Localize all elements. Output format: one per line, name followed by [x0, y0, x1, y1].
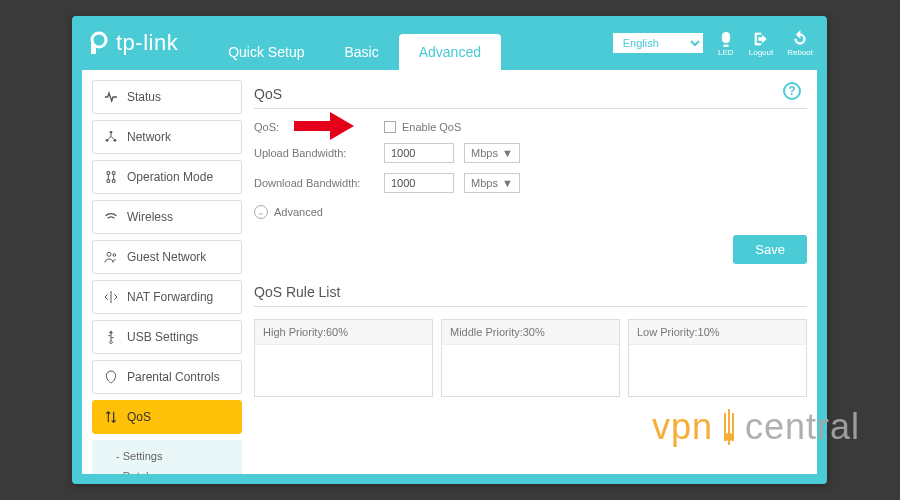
sidebar-item-usb-settings[interactable]: USB Settings: [92, 320, 242, 354]
sidebar-item-status[interactable]: Status: [92, 80, 242, 114]
upload-unit-select[interactable]: Mbps ▼: [464, 143, 520, 163]
logout-icon: [752, 30, 770, 48]
download-bandwidth-input[interactable]: [384, 173, 454, 193]
download-label: Download Bandwidth:: [254, 177, 384, 189]
operation-mode-icon: [103, 169, 119, 185]
tab-quick-setup[interactable]: Quick Setup: [208, 34, 324, 70]
rule-header-low: Low Priority:10%: [629, 320, 806, 345]
chevron-down-icon: ⌄: [254, 205, 268, 219]
sidebar-sub-settings[interactable]: Settings: [116, 446, 242, 466]
wireless-icon: [103, 209, 119, 225]
svg-point-6: [113, 254, 116, 257]
qos-icon: [103, 409, 119, 425]
rule-col-low: Low Priority:10%: [628, 319, 807, 397]
tplink-logo-icon: [86, 30, 112, 56]
sidebar-sub-database[interactable]: Database: [116, 466, 242, 474]
top-icon-group: LED Logout Reboot: [717, 30, 813, 57]
language-select[interactable]: English: [613, 33, 703, 53]
upload-label: Upload Bandwidth:: [254, 147, 384, 159]
main-panel: ? QoS QoS: Enable QoS Upload Bandwidth: …: [254, 80, 807, 464]
sidebar-item-parental-controls[interactable]: Parental Controls: [92, 360, 242, 394]
sidebar-item-nat-forwarding[interactable]: NAT Forwarding: [92, 280, 242, 314]
usb-icon: [103, 329, 119, 345]
row-upload-bandwidth: Upload Bandwidth: Mbps ▼: [254, 143, 807, 163]
parental-icon: [103, 369, 119, 385]
svg-rect-7: [294, 121, 330, 131]
sidebar-qos-submenu: Settings Database: [92, 440, 242, 474]
body-area: Status Network Operation Mode Wireless G…: [82, 70, 817, 474]
rule-header-high: High Priority:60%: [255, 320, 432, 345]
chevron-down-icon: ▼: [502, 177, 513, 189]
sidebar-item-operation-mode[interactable]: Operation Mode: [92, 160, 242, 194]
led-button[interactable]: LED: [717, 30, 735, 57]
tab-advanced[interactable]: Advanced: [399, 34, 501, 70]
download-unit-select[interactable]: Mbps ▼: [464, 173, 520, 193]
enable-qos-checkbox[interactable]: [384, 121, 396, 133]
status-icon: [103, 89, 119, 105]
pointer-arrow-icon: [294, 112, 354, 140]
sidebar-item-qos[interactable]: QoS: [92, 400, 242, 434]
brand-logo: tp-link: [86, 30, 178, 56]
svg-point-5: [107, 252, 111, 256]
reboot-button[interactable]: Reboot: [787, 30, 813, 57]
logout-button[interactable]: Logout: [749, 30, 773, 57]
rule-col-middle: Middle Priority:30%: [441, 319, 620, 397]
rule-col-high: High Priority:60%: [254, 319, 433, 397]
led-icon: [717, 30, 735, 48]
advanced-toggle[interactable]: ⌄ Advanced: [254, 205, 807, 219]
enable-qos-label: Enable QoS: [402, 121, 461, 133]
topbar: tp-link Quick Setup Basic Advanced Engli…: [72, 16, 827, 70]
qos-rule-columns: High Priority:60% Middle Priority:30% Lo…: [254, 319, 807, 397]
sidebar: Status Network Operation Mode Wireless G…: [92, 80, 242, 464]
help-icon[interactable]: ?: [783, 82, 801, 100]
tab-basic[interactable]: Basic: [324, 34, 398, 70]
reboot-icon: [791, 30, 809, 48]
rule-header-middle: Middle Priority:30%: [442, 320, 619, 345]
row-download-bandwidth: Download Bandwidth: Mbps ▼: [254, 173, 807, 193]
sidebar-item-guest-network[interactable]: Guest Network: [92, 240, 242, 274]
save-button[interactable]: Save: [733, 235, 807, 264]
section-title-qos: QoS: [254, 80, 807, 109]
top-tabs: Quick Setup Basic Advanced: [208, 16, 501, 70]
brand-text: tp-link: [116, 30, 178, 56]
guest-network-icon: [103, 249, 119, 265]
router-admin-window: tp-link Quick Setup Basic Advanced Engli…: [72, 16, 827, 484]
network-icon: [103, 129, 119, 145]
upload-bandwidth-input[interactable]: [384, 143, 454, 163]
sidebar-item-network[interactable]: Network: [92, 120, 242, 154]
nat-icon: [103, 289, 119, 305]
svg-point-2: [110, 131, 113, 134]
svg-marker-8: [330, 112, 354, 140]
sidebar-item-wireless[interactable]: Wireless: [92, 200, 242, 234]
chevron-down-icon: ▼: [502, 147, 513, 159]
section-title-rule-list: QoS Rule List: [254, 278, 807, 307]
svg-rect-1: [91, 44, 96, 54]
